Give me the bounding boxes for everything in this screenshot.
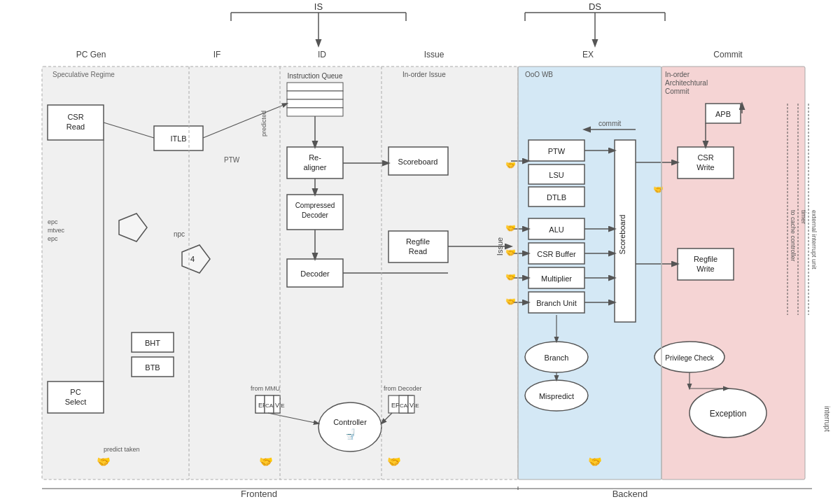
pc-select-text2: Select (65, 398, 87, 406)
pc-select-text: PC (70, 388, 80, 396)
handshake-1: 🤝 (97, 455, 111, 468)
four-label: 4 (190, 255, 195, 263)
speculative-label: Speculative Regime (52, 71, 115, 78)
epc2-label: epc (48, 235, 58, 242)
csr-read-text: CSR (67, 113, 83, 121)
predicted-label: predicted (260, 111, 267, 136)
backend-label: Backend (612, 489, 648, 499)
realigner-text2: aligner (303, 163, 326, 172)
controller-icon: 🚽 (344, 428, 357, 440)
dtlb-text: DTLB (547, 193, 566, 202)
iq-label: Instruction Queue (288, 72, 343, 80)
inorder-commit-label3: Commit (665, 88, 690, 95)
regfile-read-text: Regfile (406, 237, 430, 246)
btb-text: BTB (145, 363, 160, 372)
regfile-read-text2: Read (409, 247, 427, 255)
scoreboard-right-text: Scoreboard (618, 215, 626, 255)
lsu-text: LSU (549, 171, 564, 179)
predict-taken-label: predict taken (104, 446, 140, 453)
itlb-text: ITLB (170, 134, 186, 143)
is-label: IS (314, 1, 323, 12)
ds-label: DS (589, 1, 601, 12)
timer-label: timer (800, 210, 807, 224)
privilege-check-text: Privilege Check (665, 354, 714, 362)
handshake-issue-2: 🤝 (505, 223, 516, 233)
v-decoder-text: V (410, 402, 414, 409)
commit-label: Commit (713, 50, 743, 59)
svg-rect-14 (287, 108, 343, 116)
compressed-decoder-text: Compressed (295, 202, 335, 209)
if-label: IF (214, 50, 221, 59)
from-mmu-text: from MMU (251, 385, 280, 392)
svg-rect-11 (287, 83, 343, 91)
ooo-wb-label: OoO WB (525, 71, 553, 78)
ptw-text: PTW (548, 147, 566, 155)
csr-buffer-text: CSR Buffer (537, 250, 576, 258)
v-mmu-text: V (275, 402, 279, 409)
controller-block (318, 402, 382, 451)
alu-text: ALU (549, 225, 564, 234)
branch-text: Branch (545, 354, 569, 362)
apb-text: APB (715, 110, 731, 118)
inorder-commit-label: In-order (665, 71, 690, 78)
pc-gen-label: PC Gen (76, 50, 106, 59)
epc-label: epc (48, 218, 58, 225)
regfile-write-text2: Write (696, 265, 714, 273)
frontend-label: Frontend (241, 489, 277, 499)
inorder-commit-label2: Architechtural (665, 79, 708, 87)
handshake-4: 🤝 (588, 455, 602, 468)
interrupt-label: interrupt (823, 406, 831, 432)
branch-unit-text: Branch Unit (536, 299, 576, 307)
id-label: ID (318, 50, 326, 59)
inorder-issue-label: In-order Issue (402, 71, 446, 78)
npc-label: npc (174, 230, 185, 238)
handshake-issue-1: 🤝 (505, 160, 516, 170)
ex-label: EX (582, 50, 594, 59)
multiplier-text: Multiplier (541, 274, 572, 283)
diagram: IS DS PC Gen IF ID Issue EX Commit Specu… (0, 0, 840, 504)
regfile-write-text: Regfile (694, 255, 718, 263)
controller-text: Controller (333, 418, 367, 426)
csr-read-text2: Read (66, 122, 85, 131)
to-cache-label: to cache controller (790, 210, 797, 262)
handshake-2: 🤝 (259, 455, 273, 468)
exception-text: Exception (710, 409, 747, 419)
ext-interrupt-label: external interrupt unit (811, 210, 818, 270)
from-decoder-text: from Decoder (384, 385, 422, 392)
handshake-3: 🤝 (387, 455, 401, 468)
bht-text: BHT (145, 339, 160, 347)
issue-label: Issue (424, 50, 444, 59)
compressed-decoder-text2: Decoder (302, 211, 328, 219)
svg-rect-13 (287, 99, 343, 108)
commit-arrow-label: commit (598, 120, 621, 127)
svg-rect-12 (287, 91, 343, 99)
csr-write-text: CSR (697, 153, 713, 162)
handshake-issue-3: 🤝 (505, 247, 516, 258)
mispredict-text: Mispredict (539, 392, 574, 400)
handshake-issue-5: 🤝 (505, 296, 516, 307)
realigner-text: Re- (309, 153, 321, 162)
csr-write-text2: Write (696, 163, 714, 172)
mtvec-label: mtvec (48, 227, 65, 234)
decoder-text: Decoder (300, 270, 330, 278)
scoreboard-left-text: Scoreboard (398, 158, 438, 166)
handshake-issue-4: 🤝 (505, 272, 516, 282)
ptw-label-if: PTW (224, 156, 240, 164)
